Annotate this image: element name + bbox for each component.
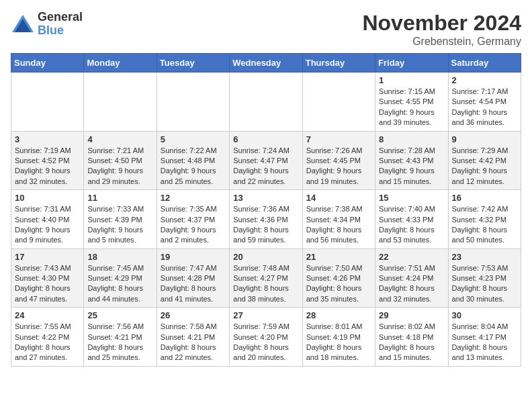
day-number: 28: [306, 310, 371, 320]
calendar-week-row: 3Sunrise: 7:19 AM Sunset: 4:52 PM Daylig…: [11, 131, 521, 190]
calendar-cell: 17Sunrise: 7:43 AM Sunset: 4:30 PM Dayli…: [11, 248, 84, 308]
day-number: 10: [15, 193, 80, 203]
calendar-cell: 19Sunrise: 7:47 AM Sunset: 4:28 PM Dayli…: [157, 248, 229, 308]
day-info: Sunrise: 7:22 AM Sunset: 4:48 PM Dayligh…: [161, 146, 226, 187]
calendar-day-header: Saturday: [448, 54, 521, 73]
day-info: Sunrise: 7:35 AM Sunset: 4:37 PM Dayligh…: [161, 204, 226, 246]
calendar-cell: [302, 73, 375, 132]
title-block: November 2024 Grebenstein, Germany: [362, 11, 521, 48]
day-number: 15: [379, 193, 444, 203]
calendar-day-header: Monday: [84, 54, 157, 73]
day-number: 17: [15, 252, 80, 262]
day-info: Sunrise: 7:48 AM Sunset: 4:27 PM Dayligh…: [233, 263, 298, 305]
header: General Blue November 2024 Grebenstein, …: [11, 11, 521, 48]
calendar-week-row: 10Sunrise: 7:31 AM Sunset: 4:40 PM Dayli…: [11, 190, 521, 249]
day-info: Sunrise: 7:43 AM Sunset: 4:30 PM Dayligh…: [15, 263, 80, 305]
day-info: Sunrise: 7:51 AM Sunset: 4:24 PM Dayligh…: [379, 263, 444, 305]
day-info: Sunrise: 7:45 AM Sunset: 4:29 PM Dayligh…: [87, 263, 152, 305]
day-info: Sunrise: 7:15 AM Sunset: 4:55 PM Dayligh…: [379, 87, 444, 128]
day-number: 8: [379, 134, 444, 144]
calendar-cell: 27Sunrise: 7:59 AM Sunset: 4:20 PM Dayli…: [230, 308, 302, 367]
day-number: 7: [306, 134, 371, 144]
calendar-cell: 28Sunrise: 8:01 AM Sunset: 4:19 PM Dayli…: [302, 308, 375, 367]
day-info: Sunrise: 8:04 AM Sunset: 4:17 PM Dayligh…: [452, 322, 517, 363]
logo-icon: [11, 12, 35, 36]
calendar-week-row: 17Sunrise: 7:43 AM Sunset: 4:30 PM Dayli…: [11, 248, 521, 308]
logo-text: General Blue: [38, 11, 83, 38]
calendar-table: SundayMondayTuesdayWednesdayThursdayFrid…: [11, 53, 521, 367]
day-info: Sunrise: 7:21 AM Sunset: 4:50 PM Dayligh…: [87, 146, 152, 187]
calendar-cell: [157, 73, 229, 132]
day-number: 21: [306, 252, 371, 262]
day-info: Sunrise: 7:40 AM Sunset: 4:33 PM Dayligh…: [379, 204, 444, 246]
day-info: Sunrise: 7:59 AM Sunset: 4:20 PM Dayligh…: [233, 322, 298, 363]
day-info: Sunrise: 7:53 AM Sunset: 4:23 PM Dayligh…: [452, 263, 517, 305]
calendar-cell: 11Sunrise: 7:33 AM Sunset: 4:39 PM Dayli…: [84, 190, 157, 249]
day-info: Sunrise: 7:31 AM Sunset: 4:40 PM Dayligh…: [15, 204, 80, 246]
day-number: 30: [452, 310, 517, 320]
day-number: 6: [233, 134, 298, 144]
day-number: 19: [161, 252, 226, 262]
calendar-cell: 10Sunrise: 7:31 AM Sunset: 4:40 PM Dayli…: [11, 190, 84, 249]
calendar-cell: 2Sunrise: 7:17 AM Sunset: 4:54 PM Daylig…: [448, 73, 521, 132]
calendar-cell: [11, 73, 84, 132]
calendar-week-row: 24Sunrise: 7:55 AM Sunset: 4:22 PM Dayli…: [11, 308, 521, 367]
day-number: 29: [379, 310, 444, 320]
day-info: Sunrise: 7:42 AM Sunset: 4:32 PM Dayligh…: [452, 204, 517, 246]
day-number: 16: [452, 193, 517, 203]
calendar-cell: [230, 73, 302, 132]
day-number: 9: [452, 134, 517, 144]
day-number: 5: [161, 134, 226, 144]
calendar-cell: 26Sunrise: 7:58 AM Sunset: 4:21 PM Dayli…: [157, 308, 229, 367]
calendar-day-header: Wednesday: [230, 54, 302, 73]
day-info: Sunrise: 7:26 AM Sunset: 4:45 PM Dayligh…: [306, 146, 371, 187]
calendar-day-header: Thursday: [302, 54, 375, 73]
calendar-cell: 9Sunrise: 7:29 AM Sunset: 4:42 PM Daylig…: [448, 131, 521, 190]
calendar-cell: 5Sunrise: 7:22 AM Sunset: 4:48 PM Daylig…: [157, 131, 229, 190]
day-info: Sunrise: 7:56 AM Sunset: 4:21 PM Dayligh…: [87, 322, 152, 363]
calendar-cell: 16Sunrise: 7:42 AM Sunset: 4:32 PM Dayli…: [448, 190, 521, 249]
day-number: 3: [15, 134, 80, 144]
day-number: 23: [452, 252, 517, 262]
day-info: Sunrise: 7:47 AM Sunset: 4:28 PM Dayligh…: [161, 263, 226, 305]
calendar-cell: 18Sunrise: 7:45 AM Sunset: 4:29 PM Dayli…: [84, 248, 157, 308]
calendar-cell: 12Sunrise: 7:35 AM Sunset: 4:37 PM Dayli…: [157, 190, 229, 249]
day-number: 18: [87, 252, 152, 262]
calendar-header-row: SundayMondayTuesdayWednesdayThursdayFrid…: [11, 54, 521, 73]
day-info: Sunrise: 7:50 AM Sunset: 4:26 PM Dayligh…: [306, 263, 371, 305]
calendar-week-row: 1Sunrise: 7:15 AM Sunset: 4:55 PM Daylig…: [11, 73, 521, 132]
day-info: Sunrise: 7:36 AM Sunset: 4:36 PM Dayligh…: [233, 204, 298, 246]
calendar-day-header: Sunday: [11, 54, 84, 73]
day-number: 11: [87, 193, 152, 203]
calendar-cell: 8Sunrise: 7:28 AM Sunset: 4:43 PM Daylig…: [375, 131, 448, 190]
logo: General Blue: [11, 11, 83, 38]
day-number: 24: [15, 310, 80, 320]
day-info: Sunrise: 7:19 AM Sunset: 4:52 PM Dayligh…: [15, 146, 80, 187]
day-info: Sunrise: 7:55 AM Sunset: 4:22 PM Dayligh…: [15, 322, 80, 363]
day-number: 22: [379, 252, 444, 262]
calendar-cell: 29Sunrise: 8:02 AM Sunset: 4:18 PM Dayli…: [375, 308, 448, 367]
calendar-cell: 4Sunrise: 7:21 AM Sunset: 4:50 PM Daylig…: [84, 131, 157, 190]
calendar-cell: 21Sunrise: 7:50 AM Sunset: 4:26 PM Dayli…: [302, 248, 375, 308]
day-number: 1: [379, 75, 444, 85]
day-info: Sunrise: 7:28 AM Sunset: 4:43 PM Dayligh…: [379, 146, 444, 187]
calendar-cell: 6Sunrise: 7:24 AM Sunset: 4:47 PM Daylig…: [230, 131, 302, 190]
calendar-cell: 24Sunrise: 7:55 AM Sunset: 4:22 PM Dayli…: [11, 308, 84, 367]
day-number: 4: [87, 134, 152, 144]
day-number: 12: [161, 193, 226, 203]
day-number: 13: [233, 193, 298, 203]
calendar-day-header: Tuesday: [157, 54, 229, 73]
calendar-cell: 13Sunrise: 7:36 AM Sunset: 4:36 PM Dayli…: [230, 190, 302, 249]
calendar-cell: 7Sunrise: 7:26 AM Sunset: 4:45 PM Daylig…: [302, 131, 375, 190]
calendar-cell: 1Sunrise: 7:15 AM Sunset: 4:55 PM Daylig…: [375, 73, 448, 132]
calendar-cell: 23Sunrise: 7:53 AM Sunset: 4:23 PM Dayli…: [448, 248, 521, 308]
calendar-cell: 25Sunrise: 7:56 AM Sunset: 4:21 PM Dayli…: [84, 308, 157, 367]
day-number: 25: [87, 310, 152, 320]
month-title: November 2024: [362, 11, 521, 36]
calendar-cell: [84, 73, 157, 132]
calendar-cell: 20Sunrise: 7:48 AM Sunset: 4:27 PM Dayli…: [230, 248, 302, 308]
day-info: Sunrise: 7:17 AM Sunset: 4:54 PM Dayligh…: [452, 87, 517, 128]
day-info: Sunrise: 8:01 AM Sunset: 4:19 PM Dayligh…: [306, 322, 371, 363]
location: Grebenstein, Germany: [362, 36, 521, 48]
calendar-cell: 22Sunrise: 7:51 AM Sunset: 4:24 PM Dayli…: [375, 248, 448, 308]
